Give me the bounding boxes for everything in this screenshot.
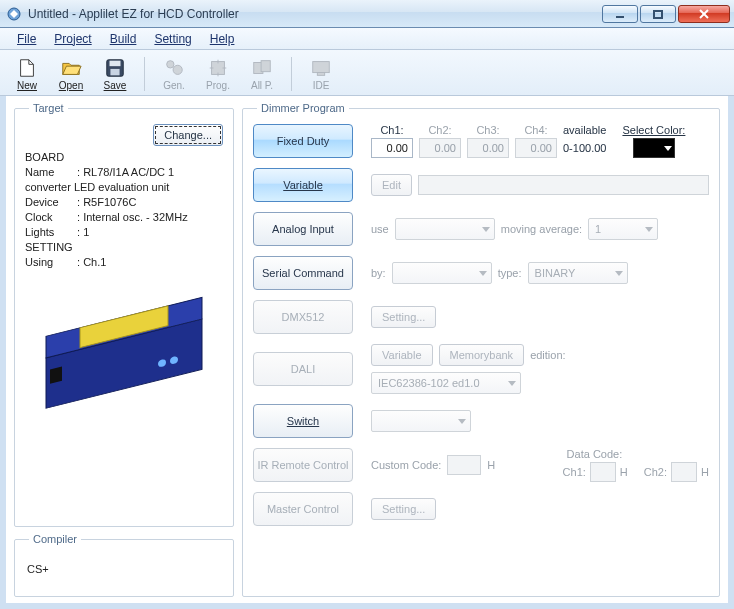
dimmer-switch[interactable]: Switch (253, 404, 353, 438)
open-icon (60, 57, 82, 79)
data-code-ch1-label: Ch1: (563, 466, 586, 478)
target-legend: Target (29, 102, 68, 114)
ch4-input (515, 138, 557, 158)
data-code-ch2-input (671, 462, 697, 482)
toolbar-save[interactable]: Save (96, 54, 134, 94)
available-range: 0-100.00 (563, 138, 606, 158)
edition-select: IEC62386-102 ed1.0 (371, 372, 521, 394)
dali-memorybank-button: Memorybank (439, 344, 525, 366)
type-label: type: (498, 267, 522, 279)
toolbar-open[interactable]: Open (52, 54, 90, 94)
dimmer-analog[interactable]: Analog Input (253, 212, 353, 246)
titlebar: Untitled - Applilet EZ for HCD Controlle… (0, 0, 734, 28)
gen-icon (163, 57, 185, 79)
custom-code-h: H (487, 459, 495, 471)
ch2-input (419, 138, 461, 158)
ch3-input (467, 138, 509, 158)
moving-avg-select: 1 (588, 218, 658, 240)
toolbar-ide: IDE (302, 54, 340, 94)
prog-icon (207, 57, 229, 79)
ch4-label: Ch4: (524, 124, 547, 136)
dali-variable-button: Variable (371, 344, 433, 366)
edition-label: edition: (530, 349, 565, 361)
menu-project[interactable]: Project (54, 32, 91, 46)
window-title: Untitled - Applilet EZ for HCD Controlle… (28, 7, 600, 21)
maximize-button[interactable] (640, 5, 676, 23)
save-icon (104, 57, 126, 79)
ide-icon (310, 57, 332, 79)
compiler-legend: Compiler (29, 533, 81, 545)
toolbar-new[interactable]: New (8, 54, 46, 94)
dimmer-master: Master Control (253, 492, 353, 526)
dmx-setting-button: Setting... (371, 306, 436, 328)
compiler-value: CS+ (27, 563, 223, 575)
by-label: by: (371, 267, 386, 279)
use-label: use (371, 223, 389, 235)
app-icon (6, 6, 22, 22)
dimmer-group: Dimmer Program Fixed Duty Ch1: Ch2: Ch3:… (242, 102, 720, 597)
toolbar: New Open Save Gen. Prog. All P. IDE (0, 50, 734, 96)
board-heading: BOARD (25, 150, 223, 165)
master-setting-button: Setting... (371, 498, 436, 520)
change-button[interactable]: Change... (153, 124, 223, 146)
allp-icon (251, 57, 273, 79)
dimmer-dali: DALI (253, 352, 353, 386)
variable-input (418, 175, 709, 195)
custom-code-input (447, 455, 481, 475)
dimmer-legend: Dimmer Program (257, 102, 349, 114)
ch3-label: Ch3: (476, 124, 499, 136)
svg-rect-7 (110, 68, 119, 74)
svg-rect-2 (654, 11, 662, 18)
svg-rect-13 (313, 61, 330, 72)
minimize-button[interactable] (602, 5, 638, 23)
switch-select (371, 410, 471, 432)
dimmer-dmx: DMX512 (253, 300, 353, 334)
menu-help[interactable]: Help (210, 32, 235, 46)
edit-button: Edit (371, 174, 412, 196)
toolbar-separator (144, 57, 145, 91)
svg-point-9 (173, 65, 182, 74)
svg-rect-12 (261, 60, 270, 71)
target-info: BOARD Name: RL78/I1A AC/DC 1 converter L… (25, 150, 223, 270)
by-select (392, 262, 492, 284)
moving-avg-label: moving average: (501, 223, 582, 235)
select-color-label: Select Color: (622, 124, 685, 136)
data-code-ch2-label: Ch2: (644, 466, 667, 478)
ch2-label: Ch2: (428, 124, 451, 136)
dimmer-serial[interactable]: Serial Command (253, 256, 353, 290)
svg-rect-21 (50, 366, 62, 383)
new-icon (16, 57, 38, 79)
data-code-ch1-input (590, 462, 616, 482)
toolbar-prog: Prog. (199, 54, 237, 94)
close-button[interactable] (678, 5, 730, 23)
available-label: available (563, 124, 606, 136)
menubar: File Project Build Setting Help (0, 28, 734, 50)
toolbar-gen: Gen. (155, 54, 193, 94)
dimmer-variable[interactable]: Variable (253, 168, 353, 202)
target-group: Target Change... BOARD Name: RL78/I1A AC… (14, 102, 234, 527)
data-code-label: Data Code: (567, 448, 623, 460)
svg-rect-6 (110, 60, 121, 65)
setting-heading: SETTING (25, 240, 223, 255)
board-image (30, 284, 218, 434)
ch1-input[interactable] (371, 138, 413, 158)
menu-build[interactable]: Build (110, 32, 137, 46)
custom-code-label: Custom Code: (371, 459, 441, 471)
compiler-group: Compiler CS+ (14, 533, 234, 597)
select-color-swatch[interactable] (633, 138, 675, 158)
toolbar-separator-2 (291, 57, 292, 91)
dimmer-fixed-duty[interactable]: Fixed Duty (253, 124, 353, 158)
type-select: BINARY (528, 262, 628, 284)
menu-setting[interactable]: Setting (154, 32, 191, 46)
svg-rect-10 (212, 61, 225, 74)
menu-file[interactable]: File (17, 32, 36, 46)
toolbar-allp: All P. (243, 54, 281, 94)
ch1-label: Ch1: (380, 124, 403, 136)
svg-point-8 (167, 60, 174, 67)
svg-rect-14 (317, 72, 324, 75)
use-select (395, 218, 495, 240)
dimmer-ir: IR Remote Control (253, 448, 353, 482)
